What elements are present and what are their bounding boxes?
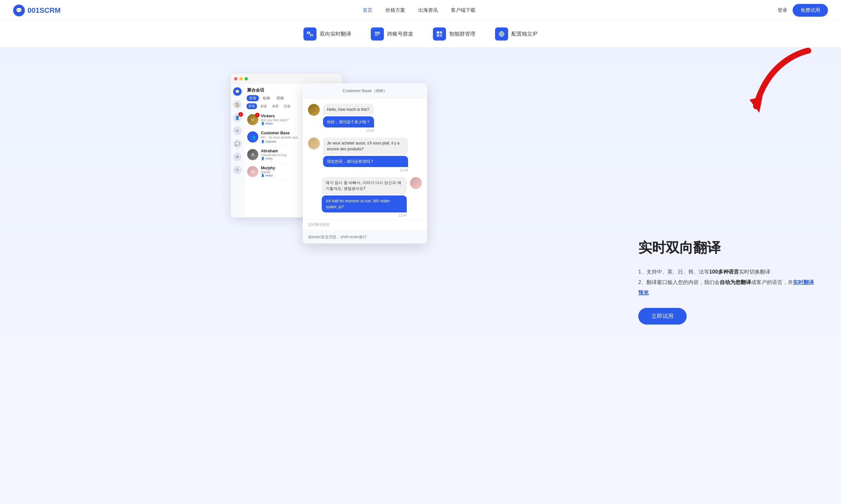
- svg-rect-4: [375, 32, 380, 33]
- tab-private[interactable]: 私聊: [260, 95, 273, 101]
- msg-content-3: 제가 잠시 좀 바빠서, 이따가 다시 당신과 얘기할게요, 괜찮겠어요? Ic…: [322, 177, 407, 217]
- nav-download[interactable]: 客户端下载: [451, 7, 476, 13]
- chat-input-area[interactable]: [303, 230, 427, 244]
- svg-rect-7: [437, 31, 439, 34]
- svg-rect-8: [440, 31, 442, 34]
- app-mock: 💬 🏠 👤 2 ✈ 💭 ⚙ © 聚合会话: [231, 74, 414, 237]
- chat-input[interactable]: [308, 235, 422, 239]
- window-titlebar: [231, 74, 342, 84]
- dot-green: [245, 77, 248, 80]
- ip-icon: [495, 28, 508, 40]
- cta-button[interactable]: 立即试用: [638, 308, 687, 325]
- msg-content-1: Hello, how much is this? 你好，请问这个多少钱？ 12:…: [323, 104, 374, 132]
- translate-icon: A 文: [303, 28, 317, 40]
- vickers-badge: 2: [255, 113, 260, 117]
- nav-news[interactable]: 出海资讯: [418, 7, 438, 13]
- msg-row-1: Hello, how much is this? 你好，请问这个多少钱？ 12:…: [308, 104, 422, 132]
- login-button[interactable]: 登录: [777, 7, 787, 13]
- chat-window: Customer Base（888） Hello, how much is th…: [303, 83, 427, 244]
- msg-time-2: 12:44: [323, 168, 408, 172]
- sidebar-home-icon[interactable]: 🏠: [233, 100, 241, 109]
- sidebar-settings-icon[interactable]: ⚙: [233, 152, 241, 161]
- feature-group-label: 智能群管理: [449, 31, 476, 38]
- sidebar-chat-icon[interactable]: 💬: [233, 87, 241, 96]
- msg-avatar-3: [410, 177, 422, 189]
- feature-bar: A 文 双向实时翻译 跨账号群发 智能群管理: [0, 21, 841, 48]
- feature-ip-label: 配置独立IP: [512, 31, 537, 38]
- filter-read[interactable]: 已读: [282, 103, 292, 109]
- svg-text:A: A: [308, 32, 309, 34]
- msg-bubble-in-2: Je veux acheter aussi, s'il vous plait, …: [323, 138, 408, 155]
- nav-pricing[interactable]: 价格方案: [386, 7, 405, 13]
- msg-translated-3: Ich hab im moment zu tun. Wir reden spät…: [322, 196, 407, 213]
- feature-translate-label: 双向实时翻译: [320, 31, 351, 38]
- navbar: 💬 001SCRM 首页 价格方案 出海资讯 客户端下载 登录 免费试用: [0, 0, 841, 21]
- nav-right: 登录 免费试用: [777, 4, 828, 17]
- hero-desc: 1、支持中、英、日、韩、法等100多种语言实时切换翻译 2、翻译窗口输入您的内容…: [638, 267, 815, 298]
- vickers-avatar-wrap: V 2: [247, 114, 258, 125]
- broadcast-icon: [371, 28, 384, 40]
- msg-time-1: 12:44: [323, 129, 374, 132]
- msg-bubble-in-3: 제가 잠시 좀 바빠서, 이따가 다시 당신과 얘기할게요, 괜찮겠어요?: [322, 177, 407, 194]
- feature-group[interactable]: 智能群管理: [433, 28, 476, 40]
- msg-row-2: Je veux acheter aussi, s'il vous plait, …: [308, 138, 422, 172]
- hero-section: 💬 🏠 👤 2 ✈ 💭 ⚙ © 聚合会话: [0, 48, 841, 504]
- msg-row-3: 제가 잠시 좀 바빠서, 이따가 다시 당신과 얘기할게요, 괜찮겠어요? Ic…: [308, 177, 422, 217]
- dot-yellow: [239, 77, 243, 80]
- msg-avatar-2: [308, 138, 320, 149]
- murphy-avatar: M: [247, 166, 258, 177]
- hero-title: 实时双向翻译: [638, 239, 815, 257]
- sidebar-mini: 💬 🏠 👤 2 ✈ 💭 ⚙ ©: [231, 84, 244, 217]
- feature-broadcast-label: 跨账号群发: [387, 31, 413, 38]
- feature-broadcast[interactable]: 跨账号群发: [371, 28, 413, 40]
- filter-unread[interactable]: 未读: [258, 103, 269, 109]
- dot-red: [234, 77, 237, 80]
- msg-translated-2: 我也想买，请问还有货吗？: [323, 156, 408, 167]
- sidebar-telegram-icon[interactable]: ✈: [233, 126, 241, 135]
- free-trial-button[interactable]: 免费试用: [793, 4, 828, 17]
- hero-left: 💬 🏠 👤 2 ✈ 💭 ⚙ © 聚合会话: [26, 67, 619, 496]
- logo-icon: 💬: [13, 4, 25, 16]
- nav-home[interactable]: 首页: [363, 7, 372, 13]
- customerbase-avatar: 👥: [247, 131, 258, 143]
- feature-translate[interactable]: A 文 双向实时翻译: [303, 28, 351, 40]
- svg-text:文: 文: [311, 34, 312, 36]
- chat-window-header: Customer Base（888）: [303, 83, 427, 99]
- brand-name: 001SCRM: [28, 6, 60, 15]
- svg-rect-6: [375, 35, 378, 36]
- hero-right: 实时双向翻译 1、支持中、英、日、韩、法等100多种语言实时切换翻译 2、翻译窗…: [619, 67, 815, 496]
- msg-content-2: Je veux acheter aussi, s'il vous plait, …: [323, 138, 408, 172]
- logo[interactable]: 💬 001SCRM: [13, 4, 60, 16]
- tab-group[interactable]: 群聊: [274, 95, 286, 101]
- abraham-avatar: A: [247, 149, 258, 160]
- sidebar-contacts-wrap: 👤 2: [233, 113, 241, 122]
- msg-translated-1: 你好，请问这个多少钱？: [323, 116, 374, 127]
- svg-rect-10: [440, 34, 442, 37]
- msg-time-3: 12:44: [322, 214, 407, 217]
- hero-desc-bold2: 自动为您翻译: [720, 280, 751, 285]
- msg-avatar-1: [308, 104, 320, 116]
- svg-rect-9: [437, 34, 439, 37]
- sidebar-coins-icon[interactable]: ©: [233, 166, 241, 174]
- hero-desc-bold1: 100多种语言: [709, 269, 739, 274]
- filter-all[interactable]: 所有: [247, 103, 257, 109]
- contacts-badge: 2: [238, 112, 243, 117]
- hero-desc-line2: 2、翻译窗口输入您的内容，我们会自动为您翻译成客户的语言，并实时翻译预览: [638, 277, 815, 298]
- group-icon: [433, 28, 446, 40]
- filter-unreplied[interactable]: 未回: [270, 103, 281, 109]
- chat-messages: Hello, how much is this? 你好，请问这个多少钱？ 12:…: [303, 99, 427, 219]
- translate-preview-label: 实时翻译预览: [303, 219, 427, 230]
- msg-bubble-in-1: Hello, how much is this?: [323, 104, 374, 115]
- tab-all[interactable]: 所有: [247, 95, 259, 101]
- feature-ip[interactable]: 配置独立IP: [495, 28, 537, 40]
- svg-rect-5: [375, 33, 380, 34]
- sidebar-chat2-icon[interactable]: 💭: [233, 140, 241, 148]
- nav-center: 首页 价格方案 出海资讯 客户端下载: [60, 7, 777, 13]
- hero-desc-line1: 1、支持中、英、日、韩、法等100多种语言实时切换翻译: [638, 267, 815, 277]
